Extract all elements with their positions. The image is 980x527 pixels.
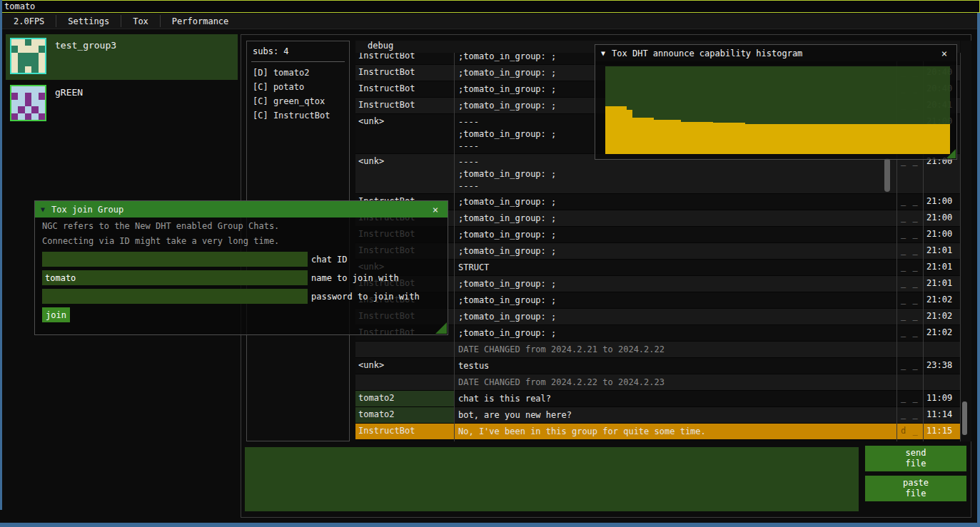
window-frame-right	[977, 13, 980, 523]
member-item[interactable]: [C] potato	[247, 80, 349, 94]
message-row[interactable]: <unk>---- ;tomato_in_group: ; ----_ _21:…	[355, 154, 960, 194]
member-item[interactable]: [C] green_qtox	[247, 94, 349, 108]
histogram-bar	[659, 120, 665, 154]
histogram-bar	[912, 124, 918, 154]
message-text: ;tomato_in_group: ;	[454, 276, 896, 292]
histogram-bar	[751, 124, 757, 154]
dht-capability-histogram-plot[interactable]	[605, 66, 950, 154]
sender-name	[355, 374, 454, 390]
message-time: 21:01	[923, 243, 960, 259]
message-row[interactable]: tomato2chat is this real?_ _11:09	[355, 391, 960, 407]
histogram-bar	[815, 124, 821, 154]
histogram-bar	[665, 120, 670, 154]
window-frame-bottom	[0, 523, 980, 527]
os-titlebar[interactable]: tomato	[0, 0, 980, 13]
histogram-bar	[778, 124, 784, 154]
histogram-bar	[934, 124, 939, 154]
collapse-icon[interactable]: ▼	[601, 49, 605, 57]
message-row[interactable]: InstructBotNo, I've been in this group f…	[355, 424, 960, 440]
info-text: Connecting via ID might take a very long…	[35, 232, 448, 247]
message-row[interactable]: tomato2bot, are you new here?_ _11:14	[355, 407, 960, 424]
message-status: _ _	[896, 194, 923, 210]
close-icon[interactable]: ×	[429, 204, 442, 215]
histogram-bar	[810, 124, 816, 154]
histogram-bar	[821, 124, 827, 154]
send-file-button[interactable]: send file	[865, 446, 966, 471]
message-time: 23:38	[923, 358, 960, 374]
member-item[interactable]: [D] tomato2	[247, 66, 349, 80]
message-time: 21:02	[923, 292, 960, 308]
histogram-bar	[734, 123, 740, 154]
window-titlebar[interactable]: ▼ Tox DHT announce capability histogram …	[595, 45, 956, 61]
message-text: ;tomato_in_group: ;	[454, 243, 896, 259]
histogram-bar	[923, 124, 929, 154]
sender-name: <unk>	[355, 154, 454, 193]
field-label: name to join with	[311, 273, 399, 283]
window-titlebar[interactable]: ▼ Tox join Group ×	[35, 201, 448, 218]
join-button[interactable]: join	[42, 307, 70, 322]
sidebar-item-green[interactable]: gREEN	[6, 81, 238, 123]
chat-id-input[interactable]	[42, 252, 308, 267]
histogram-bar	[622, 106, 627, 154]
resize-grip-icon[interactable]	[946, 149, 956, 158]
chat-scrollbar-thumb[interactable]	[962, 401, 967, 435]
close-icon[interactable]: ×	[938, 48, 951, 59]
message-text: ;tomato_in_group: ;	[454, 325, 896, 341]
histogram-bar	[702, 122, 708, 155]
sender-name: InstructBot	[355, 81, 454, 97]
sidebar-item-test-group3[interactable]: test_group3	[6, 34, 238, 80]
group-avatar	[10, 38, 46, 74]
histogram-bar	[686, 122, 692, 155]
histogram-bar	[681, 122, 687, 155]
resize-grip-icon[interactable]	[435, 322, 447, 334]
histogram-bar	[880, 124, 886, 154]
message-status: _ _	[896, 276, 923, 292]
histogram-bar	[832, 124, 837, 154]
message-text: STRUCT	[454, 260, 896, 275]
window-title: Tox join Group	[51, 205, 429, 215]
histogram-bar	[605, 106, 611, 154]
histogram-bar	[643, 118, 649, 154]
menu-tox[interactable]: Tox	[121, 14, 160, 29]
sender-name: InstructBot	[355, 65, 454, 81]
message-row[interactable]: <unk>testus_ _23:38	[355, 358, 960, 374]
histogram-bar	[611, 106, 617, 154]
group-avatar	[10, 85, 46, 121]
chat-scrollbar-track[interactable]	[961, 41, 971, 441]
message-status: _ _	[896, 292, 923, 308]
histogram-bar	[740, 123, 746, 154]
message-time: 21:02	[923, 309, 960, 324]
message-text: ;tomato_in_group: ;	[454, 210, 896, 226]
histogram-bar	[718, 123, 724, 154]
date-separator-row[interactable]: DATE CHANGED from 2024.2.21 to 2024.2.22	[355, 342, 960, 358]
date-separator-row[interactable]: DATE CHANGED from 2024.2.22 to 2024.2.23	[355, 374, 960, 391]
histogram-bar	[929, 124, 934, 154]
histogram-bar	[707, 122, 713, 155]
collapse-icon[interactable]: ▼	[41, 205, 45, 213]
join-password-input[interactable]	[42, 289, 308, 304]
message-status: _ _	[896, 309, 923, 324]
message-text: ;tomato_in_group: ;	[454, 292, 896, 308]
inner-scrollbar-thumb[interactable]	[884, 158, 890, 192]
member-item[interactable]: [C] InstructBot	[247, 108, 349, 123]
message-time: 21:01	[923, 260, 960, 275]
histogram-bar	[826, 124, 832, 154]
message-time	[923, 342, 960, 357]
histogram-bar	[799, 124, 805, 154]
paste-file-button[interactable]: paste file	[865, 476, 966, 501]
menu-performance[interactable]: Performance	[161, 14, 240, 29]
histogram-bar	[789, 124, 794, 154]
message-text: ;tomato_in_group: ;	[454, 194, 896, 210]
date-changed-text: DATE CHANGED from 2024.2.21 to 2024.2.22	[454, 342, 896, 357]
histogram-bar	[901, 124, 907, 154]
sender-name: InstructBot	[355, 424, 454, 439]
histogram-bar	[918, 124, 924, 154]
message-time: 21:01	[923, 276, 960, 292]
histogram-bar	[648, 118, 654, 154]
histogram-bar	[874, 124, 880, 154]
sender-name	[355, 342, 454, 357]
message-text: No, I've been in this group for quite so…	[454, 424, 896, 439]
message-input[interactable]	[245, 447, 859, 511]
menu-settings[interactable]: Settings	[56, 14, 121, 29]
join-name-input[interactable]	[42, 270, 308, 285]
